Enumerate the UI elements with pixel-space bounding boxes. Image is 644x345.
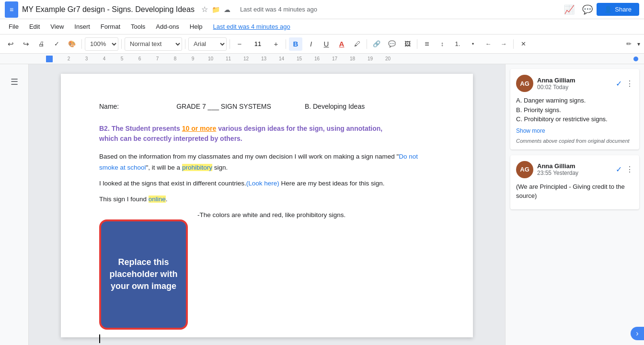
image-placeholder[interactable]: Replace this placeholder with your own i… (99, 219, 188, 330)
ruler-mark: 15 (290, 56, 308, 61)
bullet-list-button[interactable]: • (466, 37, 480, 51)
more-options-button-1[interactable]: ⋮ (626, 79, 633, 88)
font-size-display: 11 (248, 40, 267, 47)
comment-button[interactable]: 💬 (385, 37, 399, 51)
menu-insert[interactable]: Insert (69, 21, 95, 32)
style-select[interactable]: Normal text (125, 37, 182, 51)
menubar: File Edit View Insert Format Tools Add-o… (0, 19, 644, 34)
doc-header: Name: GRADE 7 ___ SIGN SYSTEMS B. Develo… (99, 103, 435, 110)
document-page: Name: GRADE 7 ___ SIGN SYSTEMS B. Develo… (61, 74, 473, 337)
last-edit-title: Last edit was 4 minutes ago (240, 6, 317, 13)
section-val: B. Developing Ideas (305, 103, 365, 110)
page-layout-icon[interactable]: ☰ (8, 74, 21, 90)
print-button[interactable]: 🖨 (34, 37, 48, 51)
ruler-mark: 14 (273, 56, 290, 61)
body-paragraph-3: This sign I found online. (99, 194, 435, 205)
image-button[interactable]: 🖼 (401, 37, 414, 51)
menu-addons[interactable]: Add-ons (151, 21, 184, 32)
body-paragraph-2: I looked at the signs that exist in diff… (99, 178, 435, 189)
clear-format-button[interactable]: ✕ (517, 37, 530, 51)
comment-body-1: A. Danger warning signs. B. Priority sig… (516, 96, 633, 124)
undo-button[interactable]: ↩ (4, 37, 17, 51)
more-options-button-2[interactable]: ⋮ (626, 165, 633, 174)
ruler-mark: 18 (344, 56, 361, 61)
menu-tools[interactable]: Tools (126, 21, 150, 32)
look-here-link[interactable]: (Look here) (246, 180, 279, 187)
comment-body-2: (We are Principled - Giving credit to th… (516, 182, 633, 201)
menu-file[interactable]: File (4, 21, 23, 32)
titlebar: MY Example Gr7 design - Signs. Developin… (0, 0, 644, 19)
name-label: Name: (99, 103, 119, 110)
font-select[interactable]: Arial (188, 37, 227, 51)
ruler-mark: 8 (166, 56, 184, 61)
comment-card-1: AG Anna Gilliam 00:02 Today ✓ ⋮ A. Dange… (510, 69, 639, 150)
share-button[interactable]: 👤 Share (597, 3, 639, 16)
ruler-mark: 6 (131, 56, 149, 61)
b2-highlight: 10 or more (182, 125, 217, 132)
increase-font-button[interactable]: + (269, 37, 283, 51)
comment-copied-note-1: Comments above copied from original docu… (516, 138, 633, 144)
ruler-mark: 2 (60, 56, 78, 61)
body-paragraph-1: Based on the information from my classma… (99, 151, 435, 173)
show-more-link-1[interactable]: Show more (516, 127, 545, 134)
docs-logo-icon (5, 1, 18, 18)
ruler-mark: 17 (326, 56, 344, 61)
ruler-mark: 19 (361, 56, 379, 61)
folder-icon[interactable]: 📁 (212, 6, 220, 13)
paint-format-button[interactable]: 🎨 (65, 37, 79, 51)
ruler-mark: 12 (237, 56, 255, 61)
avatar-2: AG (516, 161, 533, 178)
indent-more-button[interactable]: → (497, 37, 510, 51)
online-link[interactable]: online (149, 196, 166, 203)
spellcheck-button[interactable]: ✓ (50, 37, 63, 51)
menu-format[interactable]: Format (96, 21, 125, 32)
cloud-icon[interactable]: ☁ (224, 6, 230, 13)
menu-view[interactable]: View (46, 21, 69, 32)
title-icon-group: ☆ 📁 ☁ (201, 5, 230, 14)
menu-edit[interactable]: Edit (24, 21, 45, 32)
link-button[interactable]: 🔗 (370, 37, 383, 51)
comment-time-2: 23:55 Yesterday (537, 170, 578, 176)
prohibitory-link[interactable]: prohibitory (182, 164, 212, 171)
ruler-mark: 5 (113, 56, 131, 61)
num-list-button[interactable]: 1. (451, 37, 464, 51)
b2-heading: B2. The Student presents 10 or more vari… (99, 124, 435, 144)
resolve-button-2[interactable]: ✓ (616, 165, 622, 174)
chat-icon[interactable]: 💬 (582, 4, 593, 15)
person-icon: 👤 (604, 6, 612, 13)
image-section: This sign I found online. Replace this p… (99, 194, 435, 330)
comment-actions-2: ✓ ⋮ (616, 165, 633, 174)
document-title[interactable]: MY Example Gr7 design - Signs. Developin… (22, 5, 195, 14)
text-beside-image: -The colors are white and red, like proh… (197, 210, 435, 221)
last-edit-menu[interactable]: Last edit was 4 minutes ago (213, 23, 290, 30)
indent-less-button[interactable]: ← (482, 37, 495, 51)
comment-card-2: AG Anna Gilliam 23:55 Yesterday ✓ ⋮ (We … (510, 155, 639, 209)
decrease-font-button[interactable]: − (233, 37, 246, 51)
underline-button[interactable]: U (320, 37, 333, 51)
ruler-mark: 7 (149, 56, 166, 61)
italic-button[interactable]: I (304, 37, 318, 51)
zoom-select[interactable]: 100% (85, 37, 118, 51)
comment-time-1: 00:02 Today (537, 84, 575, 91)
ruler-mark: 10 (202, 56, 219, 61)
resolve-button-1[interactable]: ✓ (616, 79, 622, 88)
align-button[interactable]: ≡ (420, 37, 434, 51)
star-icon[interactable]: ☆ (201, 5, 208, 14)
header-icon-group: 📈 💬 (564, 4, 593, 15)
separator-4 (230, 39, 230, 49)
separator-7 (417, 39, 417, 49)
left-sidebar: ☰ (0, 64, 29, 345)
edit-pencil-button[interactable]: ✏ (622, 37, 635, 51)
ruler-mark: 11 (219, 56, 237, 61)
highlight-button[interactable]: 🖊 (350, 37, 364, 51)
bold-button[interactable]: B (289, 37, 302, 51)
scroll-right-indicator[interactable]: › (631, 327, 644, 340)
text-color-button[interactable]: A (335, 37, 348, 51)
comment-line-2a: (We are Principled - Giving credit to th… (516, 182, 633, 201)
menu-help[interactable]: Help (185, 21, 207, 32)
line-spacing-button[interactable]: ↕ (436, 37, 449, 51)
redo-button[interactable]: ↪ (19, 37, 33, 51)
trending-icon[interactable]: 📈 (564, 4, 575, 15)
document-area[interactable]: Name: GRADE 7 ___ SIGN SYSTEMS B. Develo… (29, 64, 505, 345)
grade-val: GRADE 7 ___ SIGN SYSTEMS (176, 103, 271, 110)
